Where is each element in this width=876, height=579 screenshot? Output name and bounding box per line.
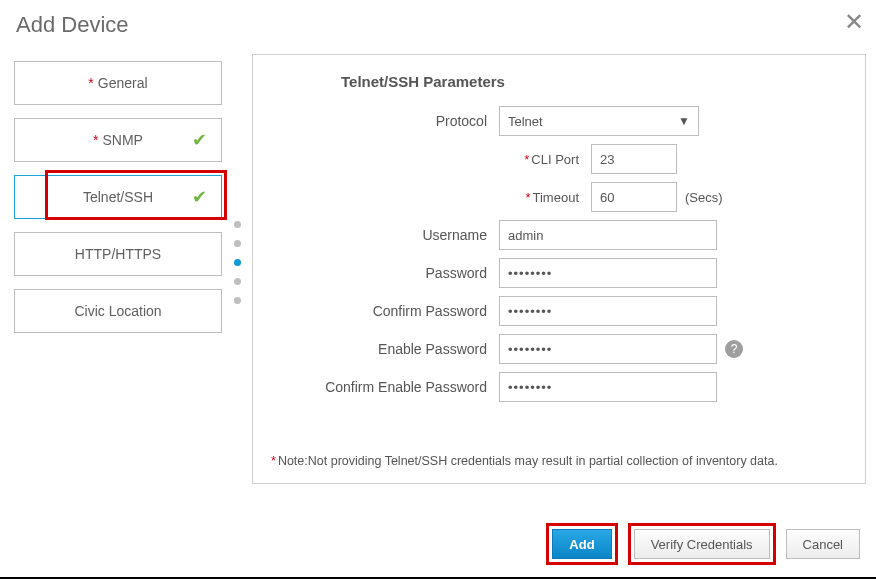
protocol-select[interactable]: Telnet ▼ <box>499 106 699 136</box>
sidebar-step-label: Civic Location <box>74 303 161 319</box>
sidebar-step-label: SNMP <box>103 132 143 148</box>
label-password: Password <box>426 265 487 281</box>
step-dot <box>234 240 241 247</box>
confirm-enable-password-input[interactable] <box>499 372 717 402</box>
step-dot <box>234 221 241 228</box>
username-input[interactable] <box>499 220 717 250</box>
label-protocol: Protocol <box>436 113 487 129</box>
sidebar-step-snmp[interactable]: * SNMP ✔ <box>14 118 222 162</box>
required-asterisk: * <box>88 75 93 91</box>
panel-title: Telnet/SSH Parameters <box>341 73 847 90</box>
sidebar-step-general[interactable]: * General <box>14 61 222 105</box>
cancel-button[interactable]: Cancel <box>786 529 860 559</box>
label-cli-port: CLI Port <box>531 152 579 167</box>
label-username: Username <box>422 227 487 243</box>
sidebar-step-label: HTTP/HTTPS <box>75 246 161 262</box>
confirm-password-input[interactable] <box>499 296 717 326</box>
cli-port-input[interactable] <box>591 144 677 174</box>
panel-note: *Note:Not providing Telnet/SSH credentia… <box>271 454 847 468</box>
chevron-down-icon: ▼ <box>678 114 690 128</box>
timeout-suffix: (Secs) <box>685 190 723 205</box>
verify-credentials-button[interactable]: Verify Credentials <box>634 529 770 559</box>
enable-password-input[interactable] <box>499 334 717 364</box>
step-dot-active <box>234 259 241 266</box>
dialog-title: Add Device <box>0 0 876 46</box>
sidebar-step-http-https[interactable]: HTTP/HTTPS <box>14 232 222 276</box>
sidebar-step-label: Telnet/SSH <box>83 189 153 205</box>
password-input[interactable] <box>499 258 717 288</box>
add-button[interactable]: Add <box>552 529 611 559</box>
dialog-footer: Add Verify Credentials Cancel <box>546 523 860 565</box>
step-dots <box>226 46 248 484</box>
timeout-input[interactable] <box>591 182 677 212</box>
required-asterisk: * <box>93 132 98 148</box>
label-timeout: Timeout <box>533 190 579 205</box>
sidebar-step-telnet-ssh[interactable]: Telnet/SSH ✔ <box>14 175 222 219</box>
label-enable-password: Enable Password <box>378 341 487 357</box>
telnet-ssh-panel: Telnet/SSH Parameters Protocol Telnet ▼ … <box>252 54 866 484</box>
highlight-annotation: Verify Credentials <box>628 523 776 565</box>
checkmark-icon: ✔ <box>192 186 207 208</box>
sidebar-step-label: General <box>98 75 148 91</box>
step-dot <box>234 278 241 285</box>
sidebar: * General * SNMP ✔ Telnet/SSH ✔ HTTP/HTT… <box>10 46 226 484</box>
protocol-value: Telnet <box>508 114 543 129</box>
label-confirm-enable-password: Confirm Enable Password <box>325 379 487 395</box>
checkmark-icon: ✔ <box>192 129 207 151</box>
highlight-annotation: Add <box>546 523 617 565</box>
sidebar-step-civic-location[interactable]: Civic Location <box>14 289 222 333</box>
help-icon[interactable]: ? <box>725 340 743 358</box>
close-icon[interactable]: ✕ <box>844 8 864 36</box>
label-confirm-password: Confirm Password <box>373 303 487 319</box>
step-dot <box>234 297 241 304</box>
